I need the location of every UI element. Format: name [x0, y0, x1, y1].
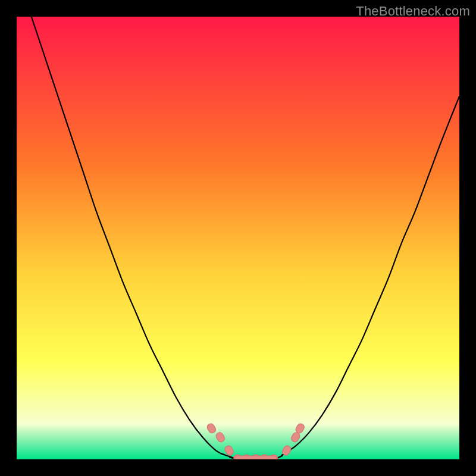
curve-basin-marker: [234, 456, 277, 459]
outer-frame: TheBottleneck.com: [0, 0, 476, 476]
gradient-background: [17, 17, 459, 459]
plot-area: [17, 17, 459, 459]
chart-svg: [17, 17, 459, 459]
watermark-text: TheBottleneck.com: [356, 4, 470, 19]
